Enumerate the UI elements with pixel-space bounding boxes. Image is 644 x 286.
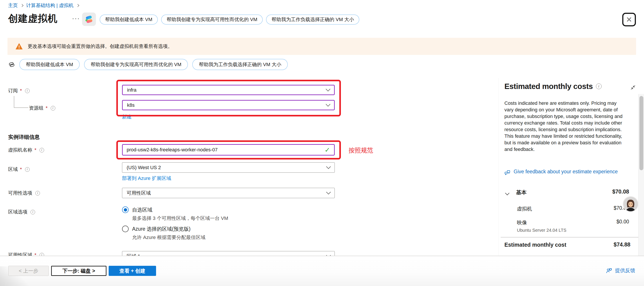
close-icon: ✕	[626, 15, 632, 24]
scrollbar-thumb[interactable]	[640, 96, 643, 170]
subscription-dropdown[interactable]: infra	[122, 85, 335, 95]
radio-unselected-icon[interactable]	[122, 226, 128, 232]
chevron-down-icon	[326, 190, 331, 194]
zone-options-label: 区域选项 i	[8, 209, 35, 215]
suggestion-high-availability-button[interactable]: 帮助我创建专为实现高可用性而优化的 VM	[84, 59, 188, 70]
next-step-disks-button[interactable]: 下一步: 磁盘 >	[51, 266, 106, 276]
cost-group-value: $70.08	[612, 188, 629, 195]
estimate-feedback-link[interactable]: Give feedback about your estimate experi…	[504, 168, 618, 176]
more-options-button[interactable]: ···	[72, 15, 80, 22]
vm-name-input[interactable]: prod-usw2-k8s-freeleaps-worker-nodes-07 …	[122, 144, 335, 156]
estimated-costs-panel: Estimated monthly costs i Costs indicate…	[498, 78, 644, 256]
cost-item-label: 虚拟机	[517, 205, 532, 212]
info-icon[interactable]: i	[40, 148, 44, 152]
region-dropdown[interactable]: (US) West US 2	[122, 162, 335, 173]
suggestion-vm-size-button[interactable]: 帮助我为工作负载选择正确的 VM 大小	[266, 15, 359, 25]
chevron-down-icon	[326, 87, 330, 91]
review-create-button[interactable]: 查看 + 创建	[109, 266, 156, 276]
info-icon[interactable]: i	[25, 89, 30, 93]
cost-panel-title: Estimated monthly costs	[504, 82, 593, 91]
self-selected-zone-option: 自选区域 最多选择 3 个可用性区域，每个区域一台 VM	[122, 206, 228, 222]
collapse-panel-icon[interactable]	[630, 85, 636, 90]
breadcrumb-home-link[interactable]: 主页	[8, 2, 18, 9]
info-icon[interactable]: i	[51, 106, 55, 111]
warning-text: 更改基本选项可能会重置所做的选择。创建虚拟机前查看所有选项。	[28, 43, 172, 50]
assistant-avatar[interactable]	[623, 197, 638, 211]
copilot-button[interactable]	[82, 13, 96, 26]
warning-banner: 更改基本选项可能会重置所做的选择。创建虚拟机前查看所有选项。	[8, 38, 636, 55]
divider	[501, 237, 639, 237]
copilot-outline-icon	[8, 61, 15, 68]
region-label: 区域* i	[8, 166, 30, 173]
chevron-down-icon	[326, 164, 331, 169]
cost-group-label: 基本	[516, 189, 526, 196]
scrollbar-track[interactable]	[638, 94, 644, 256]
availability-options-dropdown[interactable]: 可用性区域	[122, 188, 335, 198]
feedback-bubbles-icon	[504, 170, 510, 176]
cost-item-label: 映像	[517, 219, 527, 226]
azure-selected-zone-option: Azure 选择的区域(预览版) 允许 Azure 根据需要分配最佳区域	[122, 226, 206, 241]
person-feedback-icon	[606, 267, 612, 274]
tree-connector	[14, 96, 14, 108]
feedback-label: 提供反馈	[615, 267, 635, 274]
chevron-down-icon[interactable]	[505, 191, 510, 195]
suggestion-vm-size-button[interactable]: 帮助我为工作负载选择正确的 VM 大小	[192, 59, 288, 70]
previous-step-button[interactable]: < 上一步	[8, 266, 49, 276]
suggestion-low-cost-button[interactable]: 帮助我创建低成本 VM	[100, 15, 158, 25]
give-feedback-button[interactable]: 提供反馈	[606, 267, 635, 274]
warning-icon	[15, 43, 23, 50]
tree-connector	[14, 107, 28, 108]
breadcrumb: 主页 计算基础结构 | 虚拟机	[8, 2, 79, 9]
info-icon[interactable]: i	[596, 84, 602, 89]
cost-item-subtext: Ubuntu Server 24.04 LTS	[517, 228, 566, 233]
annotation-text: 按照规范	[348, 146, 373, 155]
header-suggestions: 帮助我创建低成本 VM 帮助我创建专为实现高可用性而优化的 VM 帮助我为工作负…	[100, 15, 359, 25]
radio-selected-icon[interactable]	[122, 206, 128, 213]
extended-zones-link[interactable]: 部署到 Azure 扩展区域	[122, 175, 171, 182]
create-new-resource-group-link[interactable]: 新建	[122, 114, 132, 120]
availability-options-label: 可用性选项 i	[8, 190, 40, 196]
radio-description: 允许 Azure 根据需要分配最佳区域	[132, 234, 206, 241]
suggestion-low-cost-button[interactable]: 帮助我创建低成本 VM	[19, 59, 80, 70]
info-icon[interactable]: i	[35, 191, 40, 195]
suggestion-high-availability-button[interactable]: 帮助我创建专为实现高可用性而优化的 VM	[161, 15, 263, 25]
total-cost-value: $74.88	[614, 241, 630, 248]
create-vm-page: 主页 计算基础结构 | 虚拟机 创建虚拟机 ···	[0, 0, 644, 286]
info-icon[interactable]: i	[30, 210, 35, 214]
breadcrumb-section-link[interactable]: 计算基础结构 | 虚拟机	[26, 2, 74, 9]
page-title: 创建虚拟机	[8, 12, 58, 25]
copilot-suggestion-row: 帮助我创建低成本 VM 帮助我创建专为实现高可用性而优化的 VM 帮助我为工作负…	[8, 59, 288, 70]
radio-label[interactable]: Azure 选择的区域(预览版)	[132, 226, 206, 232]
instance-details-heading: 实例详细信息	[8, 134, 40, 141]
radio-description: 最多选择 3 个可用性区域，每个区域一台 VM	[132, 215, 228, 222]
total-cost-label: Estimated monthly cost	[504, 242, 566, 248]
cost-item-value: $0.00	[616, 219, 629, 225]
resource-group-label: 资源组* i	[29, 105, 55, 111]
cost-disclaimer-text: Costs indicated here are estimates only.…	[504, 100, 626, 153]
chevron-right-icon	[20, 4, 24, 7]
close-button[interactable]: ✕	[622, 13, 636, 26]
valid-check-icon: ✓	[325, 146, 330, 154]
copilot-icon	[84, 15, 94, 24]
radio-label[interactable]: 自选区域	[132, 206, 228, 213]
info-icon[interactable]: i	[25, 167, 30, 172]
footer-bar: < 上一步 下一步: 磁盘 > 查看 + 创建 提供反馈	[0, 256, 644, 286]
subscription-label: 订阅* i	[8, 87, 30, 94]
vm-name-label: 虚拟机名称* i	[8, 147, 44, 153]
resource-group-dropdown[interactable]: k8s	[122, 100, 335, 110]
feedback-link-text: Give feedback about your estimate experi…	[514, 168, 618, 176]
chevron-right-icon	[76, 4, 79, 7]
chevron-down-icon	[326, 102, 330, 107]
